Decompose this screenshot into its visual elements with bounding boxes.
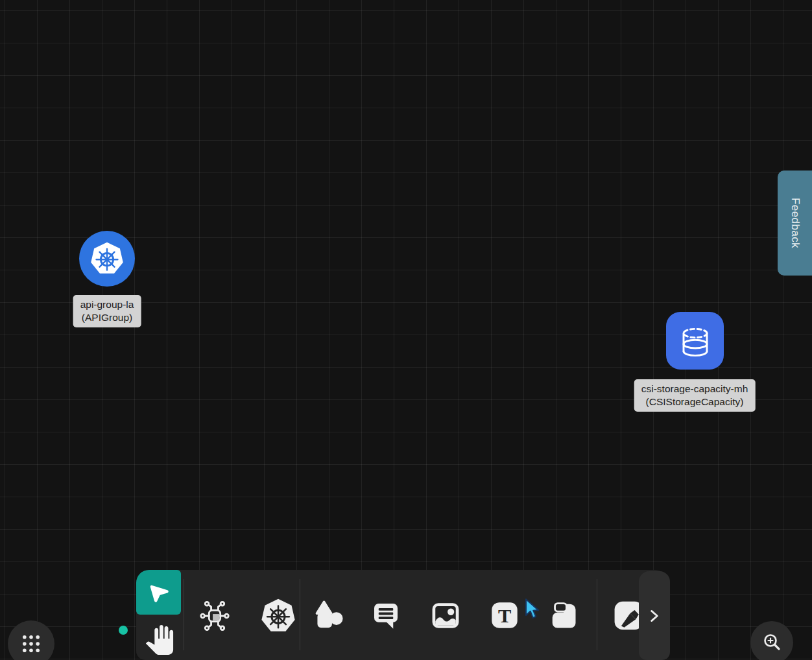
magnifier-plus-icon bbox=[760, 631, 783, 654]
text-tool-button[interactable]: T bbox=[486, 596, 523, 634]
node-name: api-group-la bbox=[80, 298, 134, 311]
save-tool-button[interactable] bbox=[544, 596, 582, 634]
comment-icon bbox=[368, 598, 403, 633]
chevron-right-icon bbox=[649, 607, 660, 624]
toolbar-expand-button[interactable] bbox=[639, 571, 670, 660]
image-tool-button[interactable] bbox=[427, 596, 464, 634]
circuit-node-icon bbox=[198, 599, 232, 633]
image-icon bbox=[427, 597, 464, 633]
node-csi-storage-capacity[interactable] bbox=[666, 312, 724, 370]
feedback-tab-label: Feedback bbox=[789, 198, 802, 248]
connections-tool-button[interactable] bbox=[196, 597, 233, 635]
comment-tool-button[interactable] bbox=[367, 596, 405, 634]
kubernetes-tool-button[interactable] bbox=[259, 597, 297, 635]
svg-text:T: T bbox=[498, 605, 511, 627]
hand-icon bbox=[145, 625, 174, 655]
pan-tool-button[interactable] bbox=[141, 621, 178, 659]
status-dot bbox=[119, 626, 128, 635]
toolbar-separator bbox=[184, 579, 184, 650]
node-api-group[interactable] bbox=[79, 231, 135, 287]
node-type: (CSIStorageCapacity) bbox=[641, 395, 748, 408]
shapes-tool-button[interactable] bbox=[311, 596, 348, 634]
zoom-in-button[interactable] bbox=[750, 621, 793, 660]
node-type: (APIGroup) bbox=[80, 311, 134, 324]
toolbar: T bbox=[136, 570, 668, 660]
shapes-icon bbox=[312, 598, 347, 633]
kubernetes-logo-icon bbox=[88, 240, 126, 277]
kubernetes-icon bbox=[259, 596, 298, 635]
select-tool-button[interactable] bbox=[136, 570, 181, 615]
toolbar-separator bbox=[300, 579, 300, 650]
node-label-api-group: api-group-la (APIGroup) bbox=[73, 295, 141, 327]
save-icon bbox=[546, 598, 580, 632]
storage-cylinder-icon bbox=[675, 320, 716, 362]
toolbar-separator bbox=[597, 579, 597, 650]
feedback-tab[interactable]: Feedback bbox=[778, 171, 812, 276]
text-icon: T bbox=[487, 598, 522, 633]
node-label-csi-storage: csi-storage-capacity-mh (CSIStorageCapac… bbox=[634, 379, 756, 412]
grid-dots-icon bbox=[20, 633, 42, 655]
node-name: csi-storage-capacity-mh bbox=[641, 383, 748, 395]
cursor-arrow-icon bbox=[147, 581, 171, 604]
